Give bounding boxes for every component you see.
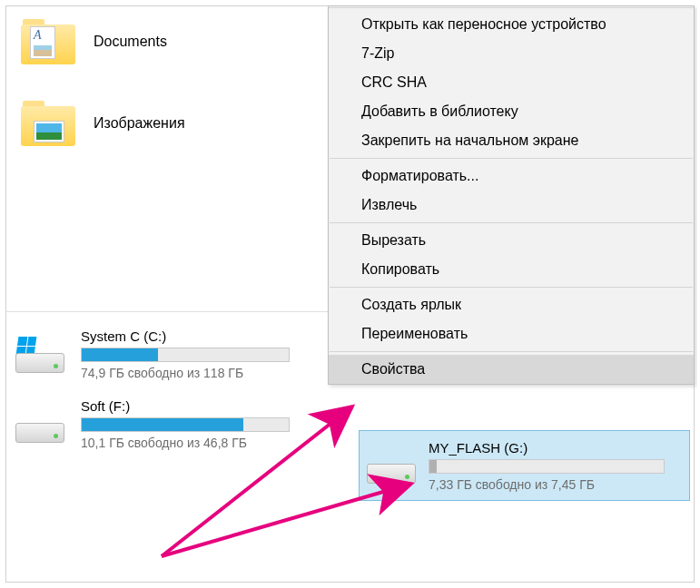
drive-icon xyxy=(15,407,64,443)
menu-item[interactable]: 7-Zip xyxy=(329,39,694,68)
drive-free-text: 10,1 ГБ свободно из 46,8 ГБ xyxy=(81,436,320,450)
drive-system-c[interactable]: System C (C:) 74,9 ГБ свободно из 118 ГБ xyxy=(6,328,320,380)
menu-item[interactable]: Открыть как переносное устройство xyxy=(329,10,694,39)
drive-info: System C (C:) 74,9 ГБ свободно из 118 ГБ xyxy=(81,328,320,380)
drive-info: Soft (F:) 10,1 ГБ свободно из 46,8 ГБ xyxy=(81,398,320,450)
menu-item[interactable]: Переименовать xyxy=(329,319,694,348)
drive-name: Soft (F:) xyxy=(81,398,320,414)
menu-separator xyxy=(330,222,693,223)
drive-name: System C (C:) xyxy=(81,328,320,344)
folder-label: Documents xyxy=(94,34,167,50)
menu-separator xyxy=(330,287,693,288)
menu-item[interactable]: Создать ярлык xyxy=(329,290,694,319)
drive-free-text: 7,33 ГБ свободно из 7,45 ГБ xyxy=(429,477,682,492)
menu-item[interactable]: Добавить в библиотеку xyxy=(329,97,694,126)
context-menu: Открыть как переносное устройство7-ZipCR… xyxy=(328,5,695,385)
menu-item[interactable]: CRC SHA xyxy=(329,68,694,97)
drive-my-flash-selected[interactable]: MY_FLASH (G:) 7,33 ГБ свободно из 7,45 Г… xyxy=(359,430,690,501)
drive-free-text: 74,9 ГБ свободно из 118 ГБ xyxy=(81,366,320,380)
drive-usage-bar xyxy=(81,348,290,362)
drive-icon xyxy=(15,337,64,373)
drive-soft-f[interactable]: Soft (F:) 10,1 ГБ свободно из 46,8 ГБ xyxy=(6,398,320,450)
drive-info: MY_FLASH (G:) 7,33 ГБ свободно из 7,45 Г… xyxy=(429,440,682,492)
menu-item[interactable]: Копировать xyxy=(329,255,694,284)
menu-separator xyxy=(330,158,693,159)
menu-item[interactable]: Извлечь xyxy=(329,191,694,220)
folder-icon xyxy=(21,101,75,146)
menu-item[interactable]: Закрепить на начальном экране xyxy=(329,126,694,155)
drive-icon xyxy=(367,447,416,484)
menu-item[interactable]: Форматировать... xyxy=(329,162,694,191)
menu-separator xyxy=(330,351,693,352)
drive-usage-bar xyxy=(81,417,290,432)
folder-label: Изображения xyxy=(94,115,185,132)
drive-name: MY_FLASH (G:) xyxy=(429,440,682,456)
menu-item[interactable]: Вырезать xyxy=(329,226,694,255)
folder-icon xyxy=(21,19,75,64)
windows-logo-icon xyxy=(16,337,37,355)
drive-usage-bar xyxy=(429,459,665,474)
menu-item[interactable]: Свойства xyxy=(329,355,694,384)
